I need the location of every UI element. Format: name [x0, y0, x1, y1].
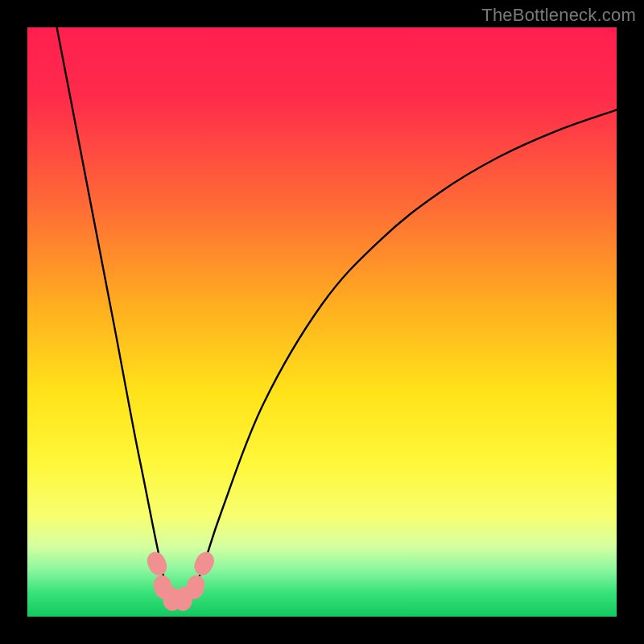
curve-marker [144, 549, 171, 578]
curve-layer [27, 27, 617, 617]
chart-frame: TheBottleneck.com [0, 0, 644, 644]
plot-area [27, 27, 617, 617]
bottleneck-curve [57, 27, 617, 605]
curve-markers [144, 549, 217, 612]
curve-marker [191, 549, 217, 578]
watermark-text: TheBottleneck.com [481, 5, 636, 26]
